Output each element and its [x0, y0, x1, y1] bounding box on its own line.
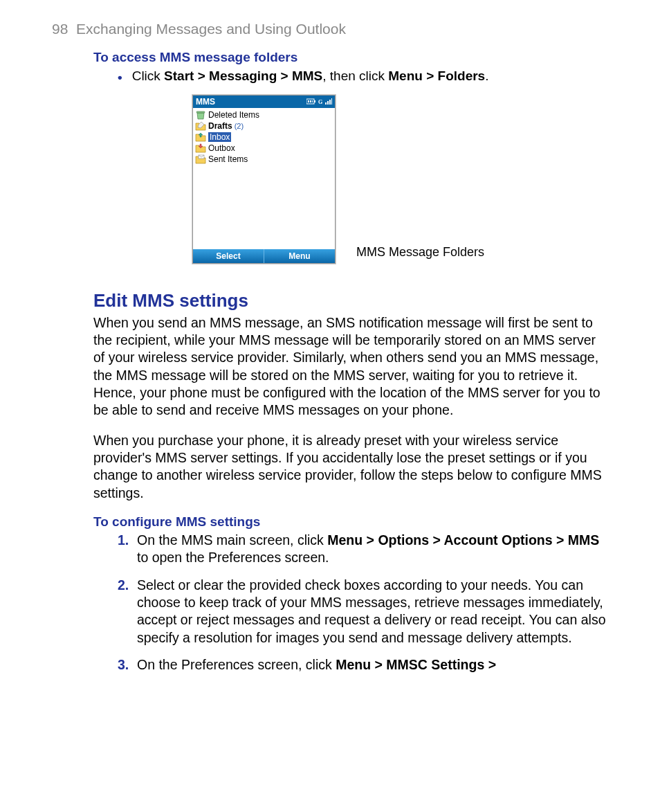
text-bold: Menu > MMSC Settings >	[336, 657, 496, 672]
text-bold: Menu > Options > Account Options > MMS	[327, 532, 599, 548]
phone-title-text: MMS	[196, 97, 215, 107]
svg-rect-8	[329, 100, 331, 105]
folder-list: Deleted Items Drafts (2) Inbox Outbox	[193, 108, 335, 249]
phone-titlebar: MMS G	[193, 96, 335, 108]
folder-deleted: Deleted Items	[195, 109, 333, 120]
svg-rect-4	[312, 100, 313, 102]
list-number: 1.	[118, 532, 137, 567]
svg-rect-10	[196, 111, 205, 113]
paragraph: When you purchase your phone, it is alre…	[93, 432, 608, 502]
folder-sent: Sent Items	[195, 154, 333, 165]
page-content: 98 Exchanging Messages and Using Outlook…	[0, 0, 660, 704]
subheading-configure: To configure MMS settings	[93, 514, 608, 530]
trash-icon	[195, 110, 206, 120]
text-fragment: to open the Preferences screen.	[137, 550, 329, 565]
folder-label: Outbox	[208, 143, 235, 153]
ordered-list: 1. On the MMS main screen, click Menu > …	[118, 532, 608, 674]
text-fragment: Click	[132, 69, 164, 83]
folder-outbox: Outbox	[195, 143, 333, 154]
list-number: 3.	[118, 656, 137, 674]
text-fragment: .	[485, 69, 488, 83]
subheading-access-folders: To access MMS message folders	[93, 50, 608, 65]
battery-icon	[306, 98, 316, 105]
list-item: 1. On the MMS main screen, click Menu > …	[118, 532, 608, 567]
phone-softkey-bar: Select Menu	[193, 249, 335, 263]
paragraph: When you send an MMS message, an SMS not…	[93, 314, 608, 419]
text-bold: Menu > Folders	[388, 69, 485, 83]
folder-label: Drafts	[208, 121, 232, 131]
text-fragment: On the Preferences screen, click	[137, 657, 336, 672]
heading-edit-mms: Edit MMS settings	[93, 290, 608, 312]
folder-label-selected: Inbox	[208, 132, 231, 142]
text-fragment: On the MMS main screen, click	[137, 532, 327, 548]
list-item: 2. Select or clear the provided check bo…	[118, 577, 608, 647]
svg-rect-1	[314, 100, 315, 102]
signal-bars-icon	[325, 98, 332, 105]
folder-sent-icon	[195, 154, 206, 164]
svg-rect-3	[310, 100, 311, 102]
bullet-icon: •	[118, 69, 122, 87]
list-text: Select or clear the provided check boxes…	[137, 577, 608, 647]
folder-drafts: Drafts (2)	[195, 120, 333, 132]
bullet-item: • Click Start > Messaging > MMS, then cl…	[118, 67, 608, 87]
folder-label: Deleted Items	[208, 110, 259, 120]
softkey-menu: Menu	[264, 249, 335, 263]
svg-rect-6	[325, 102, 327, 105]
chapter-title: Exchanging Messages and Using Outlook	[76, 21, 346, 37]
bullet-text: Click Start > Messaging > MMS, then clic…	[132, 67, 489, 87]
list-number: 2.	[118, 577, 137, 647]
folder-pencil-icon	[195, 121, 206, 131]
svg-rect-7	[327, 101, 329, 105]
svg-text:G: G	[318, 99, 322, 105]
list-text: On the MMS main screen, click Menu > Opt…	[137, 532, 608, 567]
list-item: 3. On the Preferences screen, click Menu…	[118, 656, 608, 674]
page-number: 98	[52, 21, 68, 37]
figure: MMS G Deleted Items Drafts (2)	[52, 95, 608, 264]
signal-g-icon: G	[318, 98, 323, 105]
text-fragment: , then click	[322, 69, 388, 83]
folder-label: Sent Items	[208, 154, 248, 164]
figure-caption: MMS Message Folders	[356, 245, 484, 260]
svg-rect-9	[331, 98, 332, 105]
folder-count: (2)	[235, 122, 244, 130]
page-header: 98 Exchanging Messages and Using Outlook	[52, 21, 608, 37]
folder-inbox-icon	[195, 132, 206, 142]
text-bold: Start > Messaging > MMS	[164, 69, 322, 83]
softkey-select: Select	[193, 249, 264, 263]
folder-outbox-icon	[195, 143, 206, 153]
svg-rect-2	[308, 100, 309, 102]
folder-inbox: Inbox	[195, 132, 333, 143]
phone-mock: MMS G Deleted Items Drafts (2)	[192, 95, 336, 264]
status-icons: G	[306, 98, 332, 105]
list-text: On the Preferences screen, click Menu > …	[137, 656, 496, 674]
